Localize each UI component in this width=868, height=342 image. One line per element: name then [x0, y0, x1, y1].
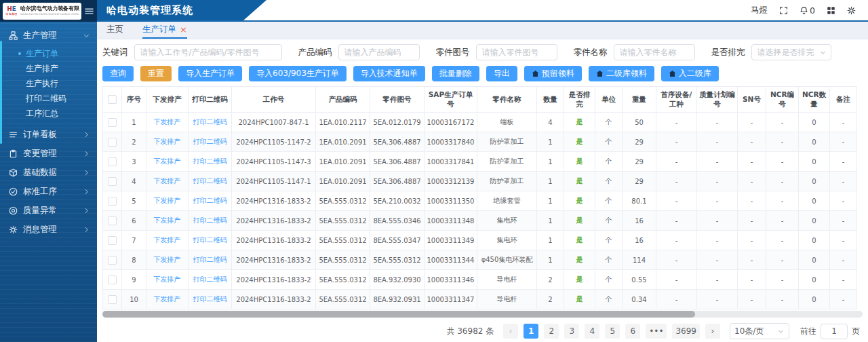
print-link[interactable]: 打印二维码	[193, 295, 227, 303]
dispatch-link[interactable]: 下发排产	[154, 138, 181, 145]
goto-page-input[interactable]	[821, 324, 848, 339]
page-button-2[interactable]: 2	[544, 324, 559, 339]
column-header-weight[interactable]: 重量	[623, 87, 656, 113]
column-header-dispatch[interactable]: 下发排产	[146, 87, 189, 113]
page-button-5[interactable]: 5	[605, 324, 620, 339]
sidebar-subitem-production-scheduling[interactable]: 生产排产	[0, 61, 97, 76]
schedule-complete-select[interactable]: 请选择是否排完	[751, 44, 831, 60]
row-checkbox[interactable]	[108, 256, 117, 265]
column-header-no[interactable]: 序号	[122, 87, 146, 113]
column-header-remark[interactable]: 备注	[830, 87, 857, 113]
row-checkbox[interactable]	[108, 177, 117, 186]
dispatch-link[interactable]: 下发排产	[154, 276, 181, 283]
username[interactable]: 马煜	[751, 5, 768, 16]
query-button[interactable]: 查询	[102, 66, 134, 81]
print-link[interactable]: 打印二维码	[193, 118, 227, 126]
row-checkbox[interactable]	[108, 197, 117, 206]
batch-delete-button[interactable]: 批量删除	[432, 66, 479, 81]
print-link[interactable]: 打印二维码	[193, 256, 227, 263]
row-checkbox[interactable]	[108, 216, 117, 225]
print-link[interactable]: 打印二维码	[193, 236, 227, 244]
dispatch-link[interactable]: 下发排产	[154, 177, 181, 185]
select-all-checkbox[interactable]	[108, 95, 117, 104]
print-link[interactable]: 打印二维码	[193, 197, 227, 204]
column-header-part_no[interactable]: 零件图号	[370, 87, 425, 113]
row-checkbox[interactable]	[108, 138, 117, 147]
sidebar-item-standard-process[interactable]: 标准工序	[0, 182, 97, 201]
notifications-bell[interactable]: 0	[800, 5, 815, 16]
part-drawing-no-input[interactable]	[476, 44, 557, 60]
fullscreen-icon[interactable]	[779, 6, 788, 15]
more-pages-button[interactable]: •••	[646, 324, 667, 339]
print-link[interactable]: 打印二维码	[193, 138, 227, 145]
column-header-first_device[interactable]: 首序设备/工种	[656, 87, 697, 113]
dispatch-link[interactable]: 下发排产	[154, 216, 181, 224]
into-secondary-store-button[interactable]: 入二级库	[661, 66, 719, 81]
sidebar-subitem-process-summary[interactable]: 工序汇总	[0, 106, 97, 121]
column-header-print[interactable]: 打印二维码	[189, 87, 232, 113]
column-header-quality_plan[interactable]: 质量计划编号	[697, 87, 738, 113]
product-code-input[interactable]	[338, 44, 420, 60]
row-checkbox[interactable]	[108, 236, 117, 245]
print-link[interactable]: 打印二维码	[193, 276, 227, 283]
print-link[interactable]: 打印二维码	[193, 157, 227, 165]
column-header-product_code[interactable]: 产品编码	[316, 87, 370, 113]
sidebar-item-change-management[interactable]: 变更管理	[0, 144, 97, 163]
column-header-sn[interactable]: SN号	[738, 87, 766, 113]
print-link[interactable]: 打印二维码	[193, 177, 227, 185]
import-production-order-button[interactable]: 导入生产订单	[178, 66, 242, 81]
horizontal-scrollbar[interactable]	[102, 311, 863, 318]
tab-production-order[interactable]: 生产订单×	[142, 22, 187, 39]
page-button-3699[interactable]: 3699	[672, 324, 700, 339]
import-tech-notice-button[interactable]: 导入技术通知单	[353, 66, 425, 81]
page-button-3[interactable]: 3	[564, 324, 579, 339]
row-checkbox[interactable]	[108, 157, 117, 166]
sidebar-item-message-management[interactable]: 消息管理	[0, 220, 97, 239]
tab-home[interactable]: 主页	[106, 22, 123, 39]
sidebar-subitem-print-qrcode[interactable]: 打印二维码	[0, 91, 97, 106]
column-header-work_no[interactable]: 工作号	[232, 87, 316, 113]
dispatch-link[interactable]: 下发排产	[154, 157, 181, 165]
dispatch-link[interactable]: 下发排产	[154, 295, 181, 303]
column-header-qty[interactable]: 数量	[537, 87, 564, 113]
dispatch-link[interactable]: 下发排产	[154, 236, 181, 244]
export-button[interactable]: 导出	[486, 66, 517, 81]
sidebar-item-basic-data[interactable]: 基础数据	[0, 163, 97, 182]
row-checkbox[interactable]	[108, 295, 117, 304]
column-header-scheduled[interactable]: 是否排完	[564, 87, 595, 113]
cell-remark: -	[842, 237, 845, 244]
dispatch-link[interactable]: 下发排产	[154, 118, 181, 126]
dispatch-link[interactable]: 下发排产	[154, 256, 181, 263]
dispatch-link[interactable]: 下发排产	[154, 197, 181, 204]
page-button-6[interactable]: 6	[625, 324, 640, 339]
row-checkbox[interactable]	[108, 118, 117, 127]
reserve-material-button[interactable]: 预留领料	[524, 66, 582, 81]
keyword-input[interactable]	[134, 44, 282, 60]
page-button-4[interactable]: 4	[585, 324, 599, 339]
part-name-input[interactable]	[614, 44, 695, 60]
page-size-select[interactable]: 10条/页	[730, 323, 789, 339]
sidebar-item-quality-exception[interactable]: 质量异常	[0, 201, 97, 220]
secondary-store-pick-button[interactable]: 二级库领料	[589, 66, 654, 81]
scrollbar-thumb[interactable]	[102, 311, 695, 318]
row-checkbox[interactable]	[108, 276, 117, 284]
column-header-part_name[interactable]: 零件名称	[477, 87, 537, 113]
sidebar-item-production-management[interactable]: 生产管理	[0, 26, 97, 45]
sidebar-item-order-board[interactable]: 订单看板	[0, 125, 97, 144]
import-603-903-order-button[interactable]: 导入603/903生产订单	[249, 66, 347, 81]
sidebar-subitem-production-order[interactable]: 生产订单	[0, 46, 97, 61]
page-button-1[interactable]: 1	[524, 324, 538, 339]
column-header-ncr_no[interactable]: NCR编号	[766, 87, 799, 113]
apps-grid-icon[interactable]	[827, 6, 835, 15]
prev-page-button[interactable]: ‹	[503, 324, 518, 339]
column-header-unit[interactable]: 单位	[595, 87, 623, 113]
column-header-sap_no[interactable]: SAP生产订单号	[425, 87, 477, 113]
close-tab-icon[interactable]: ×	[180, 25, 187, 34]
sidebar-subitem-production-execution[interactable]: 生产执行	[0, 76, 97, 91]
next-page-button[interactable]: ›	[705, 324, 720, 339]
column-header-ncr_qty[interactable]: NCR数量	[799, 87, 830, 113]
print-link[interactable]: 打印二维码	[193, 216, 227, 224]
collapse-sidebar-icon[interactable]	[84, 6, 94, 16]
settings-gear-icon[interactable]	[847, 6, 856, 15]
reset-button[interactable]: 重置	[140, 66, 172, 81]
